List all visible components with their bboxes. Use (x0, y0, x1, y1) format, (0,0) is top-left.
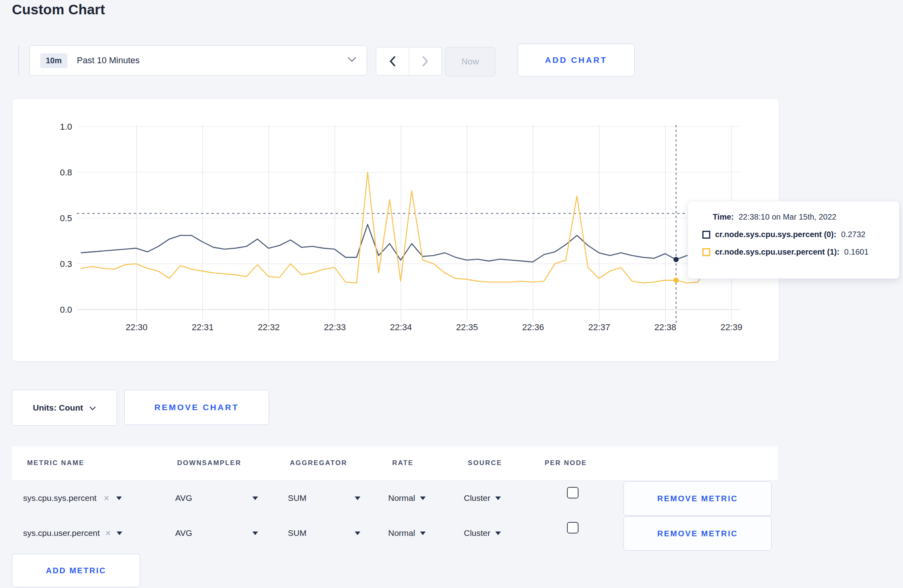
remove-metric-label: REMOVE METRIC (657, 494, 738, 503)
downsampler-select[interactable]: AVG (175, 482, 258, 514)
aggregator-value: SUM (288, 528, 307, 538)
now-button[interactable]: Now (445, 47, 495, 76)
metric-name-value: sys.cpu.sys.percent (23, 493, 96, 503)
metric-name-value: sys.cpu.user.percent (23, 528, 100, 538)
chevron-down-icon (348, 57, 356, 64)
svg-text:22:36: 22:36 (522, 322, 544, 332)
aggregator-value: SUM (288, 493, 307, 503)
col-per-node: PER NODE (545, 459, 587, 467)
remove-metric-label: REMOVE METRIC (657, 529, 738, 538)
per-node-checkbox[interactable] (567, 487, 579, 498)
toolbar-divider (18, 46, 19, 76)
remove-chart-button[interactable]: REMOVE CHART (124, 390, 269, 425)
add-metric-label: ADD METRIC (46, 566, 106, 575)
svg-text:22:39: 22:39 (720, 322, 742, 332)
svg-text:22:32: 22:32 (258, 322, 280, 332)
add-chart-button[interactable]: ADD CHART (518, 44, 635, 76)
next-time-button[interactable] (409, 47, 442, 75)
remove-metric-button[interactable]: REMOVE METRIC (624, 481, 772, 516)
rate-select[interactable]: Normal (388, 517, 426, 549)
tooltip-series-name: cr.node.sys.cpu.user.percent (1): (715, 247, 839, 257)
svg-text:0.0: 0.0 (60, 305, 72, 315)
metric-name-select[interactable]: sys.cpu.sys.percent × (23, 482, 122, 514)
source-select[interactable]: Cluster (464, 482, 501, 514)
clear-metric-icon[interactable]: × (104, 493, 109, 503)
units-select-label: Units: Count (33, 403, 83, 413)
prev-time-button[interactable] (376, 47, 409, 75)
chevron-left-icon (389, 56, 396, 66)
time-range-select[interactable]: 10m Past 10 Minutes (29, 45, 367, 76)
rate-value: Normal (388, 493, 415, 503)
add-metric-button[interactable]: ADD METRIC (12, 554, 140, 587)
series-sys-swatch-icon (702, 231, 710, 239)
caret-down-icon (355, 496, 360, 500)
chart-plot-area[interactable]: 22:3022:3122:3222:3322:3422:3522:3622:37… (12, 99, 779, 361)
caret-down-icon (420, 496, 426, 500)
svg-text:22:38: 22:38 (654, 322, 676, 332)
col-aggregator: AGGREGATOR (290, 459, 347, 467)
svg-text:0.3: 0.3 (60, 259, 72, 269)
svg-text:22:30: 22:30 (125, 322, 147, 332)
downsampler-select[interactable]: AVG (175, 517, 258, 549)
per-node-checkbox[interactable] (567, 522, 579, 533)
aggregator-select[interactable]: SUM (288, 517, 360, 549)
caret-down-icon (355, 532, 360, 535)
chart-card: 22:3022:3122:3222:3322:3422:3522:3622:37… (12, 98, 779, 362)
source-value: Cluster (464, 493, 491, 503)
metrics-table-header: METRIC NAME DOWNSAMPLER AGGREGATOR RATE … (12, 446, 778, 480)
downsampler-value: AVG (175, 493, 192, 503)
svg-text:22:31: 22:31 (192, 322, 213, 332)
chevron-down-icon (89, 403, 96, 413)
time-range-badge: 10m (40, 53, 67, 68)
tooltip-time-value: 22:38:10 on Mar 15th, 2022 (739, 212, 837, 222)
col-rate: RATE (392, 459, 414, 467)
now-button-label: Now (461, 56, 479, 67)
remove-metric-button[interactable]: REMOVE METRIC (624, 516, 772, 551)
tooltip-series-value: 0.2732 (841, 230, 866, 239)
time-range-label: Past 10 Minutes (77, 55, 140, 66)
svg-text:22:33: 22:33 (324, 322, 346, 332)
aggregator-select[interactable]: SUM (288, 482, 360, 514)
rate-select[interactable]: Normal (388, 482, 426, 514)
downsampler-value: AVG (175, 528, 192, 538)
tooltip-series-value: 0.1601 (844, 247, 868, 257)
col-downsampler: DOWNSAMPLER (177, 459, 241, 467)
svg-text:0.5: 0.5 (60, 213, 72, 223)
add-chart-label: ADD CHART (545, 55, 607, 65)
rate-value: Normal (388, 528, 415, 538)
col-metric-name: METRIC NAME (27, 459, 84, 467)
tooltip-time-label: Time: (713, 212, 734, 222)
caret-down-icon (252, 532, 258, 535)
caret-down-icon (116, 496, 122, 500)
remove-chart-label: REMOVE CHART (154, 403, 239, 412)
page-title: Custom Chart (12, 2, 105, 18)
caret-down-icon (495, 532, 501, 535)
svg-text:1.0: 1.0 (60, 122, 72, 132)
metric-name-select[interactable]: sys.cpu.user.percent × (23, 517, 122, 549)
caret-down-icon (420, 532, 426, 535)
custom-chart-page: Custom Chart 10m Past 10 Minutes Now ADD… (0, 0, 903, 588)
caret-down-icon (495, 496, 501, 500)
units-select[interactable]: Units: Count (12, 390, 117, 426)
svg-text:22:37: 22:37 (588, 322, 610, 332)
time-nav-group (376, 47, 442, 76)
caret-down-icon (252, 496, 258, 500)
series-user-swatch-icon (702, 248, 710, 256)
svg-text:22:34: 22:34 (390, 322, 412, 332)
tooltip-series-name: cr.node.sys.cpu.sys.percent (0): (715, 230, 837, 239)
clear-metric-icon[interactable]: × (106, 528, 111, 538)
chevron-right-icon (422, 56, 428, 66)
chart-tooltip: Time: 22:38:10 on Mar 15th, 2022 cr.node… (688, 201, 899, 279)
svg-text:0.8: 0.8 (60, 167, 72, 177)
source-value: Cluster (464, 528, 491, 538)
svg-text:22:35: 22:35 (456, 322, 478, 332)
source-select[interactable]: Cluster (464, 517, 501, 549)
caret-down-icon (117, 532, 122, 535)
col-source: SOURCE (468, 459, 502, 467)
